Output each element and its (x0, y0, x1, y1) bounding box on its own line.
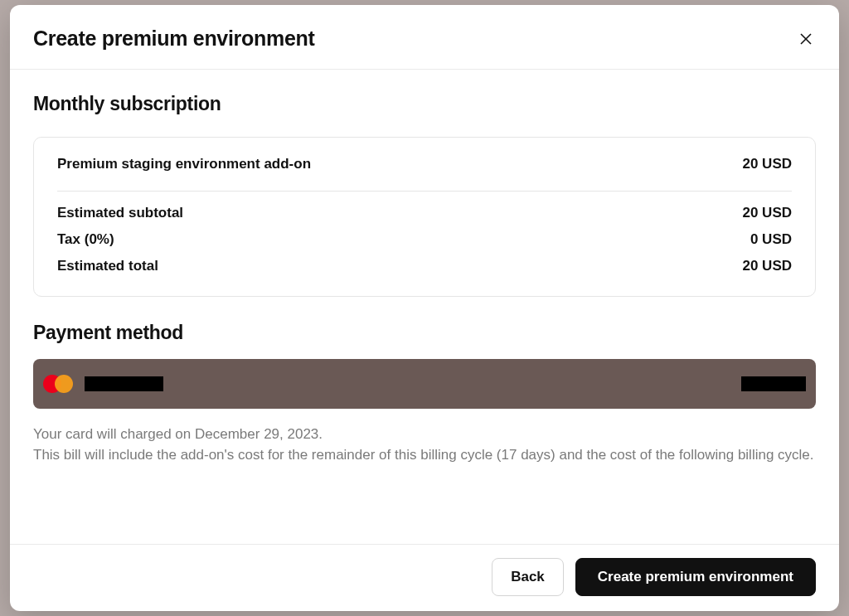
line-item-total: Estimated total 20 USD (57, 258, 792, 274)
close-icon (799, 32, 813, 46)
modal-footer: Back Create premium environment (10, 544, 839, 611)
modal-body: Monthly subscription Premium staging env… (10, 70, 839, 544)
back-button[interactable]: Back (492, 558, 564, 596)
divider (57, 191, 792, 192)
billing-summary: Premium staging environment add-on 20 US… (33, 137, 816, 297)
line-item-addon: Premium staging environment add-on 20 US… (57, 156, 792, 172)
payment-heading: Payment method (33, 322, 816, 344)
line-item-label: Estimated total (57, 258, 158, 274)
create-premium-environment-modal: Create premium environment Monthly subsc… (10, 5, 839, 611)
subscription-heading: Monthly subscription (33, 93, 816, 115)
line-item-price: 20 USD (742, 205, 792, 221)
line-item-price: 20 USD (742, 156, 792, 172)
line-item-label: Premium staging environment add-on (57, 156, 311, 172)
line-item-subtotal: Estimated subtotal 20 USD (57, 205, 792, 221)
card-number-redacted (85, 376, 163, 391)
modal-title: Create premium environment (33, 27, 315, 51)
line-item-label: Tax (0%) (57, 231, 114, 248)
card-detail-redacted (741, 376, 806, 391)
line-item-price: 20 USD (742, 258, 792, 274)
create-premium-environment-button[interactable]: Create premium environment (575, 558, 816, 596)
billing-note: Your card will charged on December 29, 2… (33, 424, 816, 465)
modal-header: Create premium environment (10, 5, 839, 70)
line-item-label: Estimated subtotal (57, 205, 183, 221)
mastercard-icon (43, 374, 73, 394)
close-button[interactable] (796, 29, 816, 49)
line-item-price: 0 USD (750, 231, 792, 248)
line-item-tax: Tax (0%) 0 USD (57, 231, 792, 248)
payment-card-row (33, 359, 816, 409)
